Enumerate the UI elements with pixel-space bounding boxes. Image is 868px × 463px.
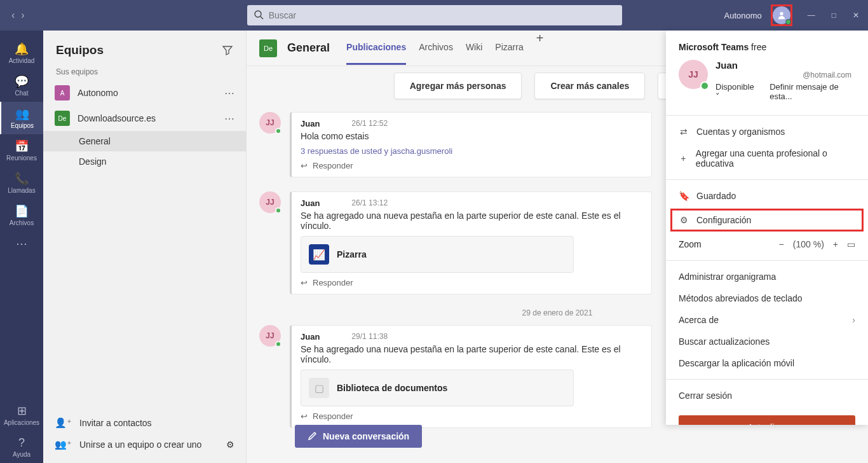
- accounts-label: Cuentas y organismos: [696, 127, 785, 137]
- message-avatar: JJ: [259, 112, 281, 134]
- profile-email: @hotmail.com: [715, 71, 855, 79]
- check-updates[interactable]: Buscar actualizaciones: [666, 331, 868, 352]
- compose-icon: [308, 431, 318, 441]
- team-more-button[interactable]: ⋯: [224, 87, 234, 99]
- tab-pizarra[interactable]: Pizarra: [495, 31, 523, 65]
- phone-icon: 📞: [15, 172, 29, 186]
- message-time: 26/1 13:12: [351, 198, 388, 208]
- message-text: Hola como estais: [301, 131, 642, 141]
- about-item[interactable]: Acerca de›: [666, 309, 868, 331]
- accounts-orgs[interactable]: ⇄Cuentas y organismos: [666, 121, 868, 142]
- rail-apps[interactable]: ⊞Aplicaciones: [0, 399, 43, 431]
- reply-label: Responder: [313, 161, 353, 170]
- reply-icon: ↩: [301, 278, 308, 287]
- rail-help-label: Ayuda: [13, 451, 31, 458]
- join-create-team[interactable]: 👥⁺Unirse a un equipo o crear uno⚙: [55, 434, 234, 455]
- rail-activity[interactable]: 🔔Actividad: [0, 37, 43, 69]
- reply-button[interactable]: ↩Responder: [301, 278, 642, 287]
- nav-back-icon[interactable]: ‹: [11, 10, 15, 21]
- join-icon: 👥⁺: [55, 439, 72, 450]
- bell-icon: 🔔: [15, 42, 29, 56]
- rail-more[interactable]: ⋯: [0, 232, 43, 256]
- rail-files-label: Archivos: [10, 219, 34, 226]
- message-time: 29/1 11:38: [351, 332, 388, 342]
- manage-org-label: Administrar organigrama: [679, 272, 776, 282]
- more-icon: ⋯: [16, 237, 27, 251]
- channel-design[interactable]: Design: [43, 151, 246, 172]
- team-autonomo[interactable]: A Autonomo ⋯: [43, 80, 246, 106]
- channel-general[interactable]: General: [43, 131, 246, 151]
- add-account[interactable]: +Agregar una cuenta profesional o educat…: [666, 142, 868, 174]
- manage-org[interactable]: Administrar organigrama: [666, 266, 868, 287]
- keyboard-shortcuts[interactable]: Métodos abreviados de teclado: [666, 287, 868, 309]
- sign-out[interactable]: Cerrar sesión: [666, 385, 868, 406]
- new-conversation-button[interactable]: Nueva conversación: [295, 425, 422, 448]
- message-time: 26/1 12:52: [351, 119, 388, 128]
- window-close-button[interactable]: ✕: [849, 8, 863, 22]
- reply-icon: ↩: [301, 161, 308, 170]
- filter-icon[interactable]: [222, 45, 233, 56]
- zoom-out-button[interactable]: −: [779, 239, 784, 249]
- reply-button[interactable]: ↩Responder: [301, 411, 642, 421]
- rail-meetings-label: Reuniones: [6, 155, 37, 162]
- team-badge-icon: A: [55, 85, 70, 100]
- settings-label: Configuración: [696, 215, 751, 225]
- card-more-channels[interactable]: Crear más canales: [534, 73, 645, 99]
- window-maximize-button[interactable]: □: [828, 8, 840, 22]
- rail-teams[interactable]: 👥Equipos: [0, 102, 43, 134]
- rail-apps-label: Aplicaciones: [4, 419, 39, 426]
- gear-icon: ⚙: [679, 215, 689, 225]
- sidebar-title: Equipos: [56, 43, 104, 57]
- zoom-in-button[interactable]: +: [833, 239, 838, 249]
- profile-menu: Microsoft Teams free JJ Juan @hotmail.co…: [666, 31, 868, 425]
- nav-forward-icon[interactable]: ›: [21, 10, 24, 21]
- message-replies-link[interactable]: 3 respuestas de usted y jascha.gusmeroli: [301, 146, 642, 156]
- search-input[interactable]: [247, 5, 622, 25]
- saved-item[interactable]: 🔖Guardado: [666, 185, 868, 207]
- team-more-button[interactable]: ⋯: [224, 113, 234, 125]
- rail-help[interactable]: ?Ayuda: [0, 431, 43, 463]
- reply-label: Responder: [313, 411, 353, 421]
- invite-icon: 👤⁺: [55, 417, 72, 429]
- rail-meetings[interactable]: 📅Reuniones: [0, 134, 43, 167]
- reply-button[interactable]: ↩Responder: [301, 161, 642, 170]
- person-icon: [777, 11, 786, 20]
- invite-contacts[interactable]: 👤⁺Invitar a contactos: [55, 412, 234, 434]
- channel-name: General: [287, 41, 330, 55]
- search-icon: [254, 10, 264, 20]
- whiteboard-icon: 📈: [309, 244, 329, 265]
- set-status-message[interactable]: Definir mensaje de esta...: [770, 82, 855, 101]
- profile-avatar-button[interactable]: [771, 4, 792, 26]
- team-name-label: Autonomo: [78, 88, 217, 98]
- tab-added-card[interactable]: 📈 Pizarra: [301, 236, 574, 273]
- update-button[interactable]: Actualizar: [679, 415, 855, 425]
- chat-icon: 💬: [15, 74, 29, 88]
- rail-calls[interactable]: 📞Llamadas: [0, 167, 43, 199]
- gear-icon[interactable]: ⚙: [226, 439, 234, 450]
- download-mobile[interactable]: Descargar la aplicación móvil: [666, 352, 868, 374]
- tab-posts[interactable]: Publicaciones: [346, 31, 406, 65]
- tab-added-card[interactable]: ▢ Biblioteca de documentos: [301, 370, 574, 406]
- message-text: Se ha agregado una nueva pestaña en la p…: [301, 211, 642, 231]
- rail-files[interactable]: 📄Archivos: [0, 199, 43, 232]
- reply-label: Responder: [313, 278, 353, 287]
- fullscreen-icon[interactable]: ▭: [847, 239, 855, 249]
- rail-chat[interactable]: 💬Chat: [0, 69, 43, 102]
- card-add-people[interactable]: Agregar más personas: [394, 73, 522, 99]
- your-teams-label: Sus equipos: [43, 64, 246, 80]
- tab-card-name: Pizarra: [337, 249, 367, 259]
- team-downloadsource[interactable]: De Downloadsource.es ⋯: [43, 106, 246, 131]
- reply-icon: ↩: [301, 411, 308, 421]
- settings-item[interactable]: ⚙Configuración: [671, 209, 863, 231]
- presence-available-icon: [275, 341, 281, 347]
- tab-files[interactable]: Archivos: [419, 31, 453, 65]
- tab-wiki[interactable]: Wiki: [466, 31, 482, 65]
- people-icon: 👥: [15, 107, 29, 121]
- add-tab-button[interactable]: +: [536, 31, 544, 65]
- status-picker[interactable]: Disponible ˅: [715, 82, 757, 101]
- chevron-right-icon: ›: [852, 315, 855, 325]
- window-minimize-button[interactable]: —: [804, 8, 819, 22]
- message-avatar: JJ: [259, 191, 281, 213]
- rail-calls-label: Llamadas: [8, 187, 35, 194]
- presence-available-icon: [275, 128, 281, 134]
